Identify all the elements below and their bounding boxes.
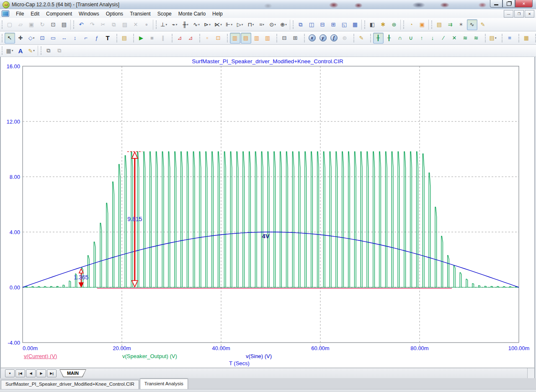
menu-edit[interactable]: Edit — [27, 10, 43, 18]
animate-options-button[interactable]: ◔ — [406, 19, 417, 30]
menu-component[interactable]: Component — [43, 10, 75, 18]
plot-area[interactable]: 9.8151.3654V — [1, 57, 535, 368]
send-to-back-button[interactable]: ⧉ — [54, 45, 65, 56]
cursor-high-button[interactable]: ↑ — [417, 33, 427, 44]
fx-settings-button[interactable]: ƒ — [329, 33, 339, 44]
redo-button[interactable]: ↷ — [87, 19, 98, 30]
select-mode-button[interactable]: ↖ — [5, 33, 15, 44]
minor-log-vertical-button[interactable]: ▥ — [252, 33, 262, 44]
mosfet-button[interactable]: ⊩▾ — [224, 19, 234, 30]
sine-source-button[interactable]: ≈▾ — [257, 19, 267, 30]
cursor-low-button[interactable]: ↓ — [428, 33, 438, 44]
menu-options[interactable]: Options — [103, 10, 126, 18]
menu-file[interactable]: File — [13, 10, 27, 18]
save-file-button[interactable]: ▣ — [26, 19, 37, 30]
token-display-button[interactable]: ⊡ — [213, 33, 224, 44]
edit-analysis-button[interactable]: ✎ — [478, 19, 488, 30]
probe-transient-button[interactable]: ⊿ — [175, 33, 185, 44]
panel-toggle-button[interactable]: ◧ — [367, 19, 378, 30]
edit-waveform-button[interactable]: ✎ — [356, 33, 367, 44]
mdi-close-button[interactable]: ✕ — [525, 10, 534, 18]
restore-button[interactable] — [502, 0, 515, 8]
y-scale-settings-button[interactable]: y — [318, 33, 328, 44]
scale-y-button[interactable]: ↕ — [70, 33, 80, 44]
web-update-button[interactable]: ⊛ — [389, 19, 399, 30]
new-file-button[interactable]: ▢ — [5, 19, 15, 30]
last-page-button[interactable]: ▶| — [47, 369, 57, 377]
scale-region-button[interactable]: ▭ — [48, 33, 59, 44]
zoom-box-button[interactable]: ⊡ — [37, 33, 48, 44]
waveform-buffer-button[interactable]: ▤▾ — [488, 33, 498, 44]
first-page-button[interactable]: |◀ — [15, 369, 25, 377]
font-style-button[interactable]: ✎▾ — [26, 45, 37, 56]
prev-page-button[interactable]: ◀ — [26, 369, 36, 377]
opamp-button[interactable]: ▷▾ — [235, 19, 245, 30]
page-tab-main[interactable]: MAIN — [59, 369, 86, 377]
x-scale-settings-button[interactable]: x — [307, 33, 317, 44]
stop-button[interactable]: ■ — [147, 33, 157, 44]
grid-pattern-button[interactable]: ▦▾ — [5, 45, 15, 56]
cursor-peak-button[interactable]: ∩ — [395, 33, 405, 44]
menu-help[interactable]: Help — [209, 10, 226, 18]
point-tag-button[interactable]: ⌐ — [81, 33, 91, 44]
slide-show-button[interactable]: ▣ — [417, 19, 428, 30]
minor-log-horizontal-button[interactable]: ▥ — [263, 33, 273, 44]
run-button[interactable]: ▶ — [136, 33, 147, 44]
formula-text-button[interactable]: ƒ — [92, 33, 102, 44]
data-points-button[interactable]: ▫ — [202, 33, 213, 44]
diode-button[interactable]: ⊳▾ — [202, 19, 213, 30]
baseline-toggle-button[interactable]: ⊟ — [279, 33, 290, 44]
print-button[interactable]: ▤ — [59, 19, 70, 30]
bottom-window-button[interactable]: ◱ — [339, 19, 350, 30]
stepping-button[interactable]: ⇉ — [445, 19, 456, 30]
cursor-go-right-button[interactable]: ╂ — [384, 33, 394, 44]
ground-button[interactable]: ⊥▾ — [159, 19, 169, 30]
component-editor-button[interactable]: ✱ — [378, 19, 389, 30]
cursor-envelope-bottom-button[interactable]: ≋ — [471, 33, 482, 44]
pages-menu-button[interactable]: ▾ — [5, 369, 15, 377]
cursor-slope-button[interactable]: ∕ — [438, 33, 449, 44]
pulse-source-button[interactable]: ⊓▾ — [246, 19, 256, 30]
pan-mode-button[interactable]: ✚ — [15, 33, 26, 44]
delete-button[interactable]: ✕ — [131, 19, 141, 30]
shape-mode-button[interactable]: ◇▾ — [26, 33, 37, 44]
cursor-envelope-top-button[interactable]: ≋ — [460, 33, 471, 44]
cursor-crossing-button[interactable]: ✕ — [449, 33, 460, 44]
transistor-npn-button[interactable]: ⋉▾ — [213, 19, 224, 30]
copy-button[interactable]: ⧉ — [109, 19, 119, 30]
mdi-restore-button[interactable]: ❐ — [514, 10, 524, 18]
tracker-toggle-button[interactable]: ⊞ — [290, 33, 301, 44]
pause-button[interactable]: ∥ — [158, 33, 168, 44]
calculator-button[interactable]: ▦ — [350, 19, 361, 30]
cut-button[interactable]: ✂ — [98, 19, 108, 30]
mdi-minimize-button[interactable]: — — [504, 10, 513, 18]
menu-transient[interactable]: Transient — [126, 10, 154, 18]
paste-button[interactable]: ▨ — [120, 19, 130, 30]
bring-to-front-button[interactable]: ⧉ — [44, 45, 54, 56]
text-tool-button[interactable]: T — [103, 33, 113, 44]
preferences-button[interactable]: ▤ — [434, 19, 445, 30]
inductor-button[interactable]: ∿▾ — [191, 19, 202, 30]
capacitor-button[interactable]: ╫▾ — [180, 19, 191, 30]
properties-button[interactable]: ▤ — [119, 33, 130, 44]
numeric-output-button[interactable]: ≡ — [505, 33, 515, 44]
font-button[interactable]: A — [15, 45, 26, 56]
current-source-button[interactable]: ⊙▾ — [268, 19, 278, 30]
cascade-windows-button[interactable]: ⧉ — [296, 19, 306, 30]
tile-vertical-button[interactable]: ◫ — [307, 19, 317, 30]
ruler-vertical-button[interactable]: ▥ — [230, 33, 240, 44]
menu-monte-carlo[interactable]: Monte Carlo — [175, 10, 209, 18]
select-box-button[interactable]: ▫ — [142, 19, 152, 30]
file-tab-circuit[interactable]: SurfMaster_PI_Speaker_driver_Modified+Kn… — [1, 380, 139, 389]
ruler-horizontal-button[interactable]: ▤ — [241, 33, 251, 44]
scale-x-button[interactable]: ↔ — [59, 33, 70, 44]
mdi-child-icon[interactable] — [2, 10, 9, 17]
close-button[interactable]: ✕ — [515, 0, 533, 8]
search-command-button[interactable]: ⊜ — [340, 33, 350, 44]
minimize-button[interactable] — [490, 0, 502, 8]
undo-button[interactable]: ↶ — [76, 19, 87, 30]
state-variables-button[interactable]: ▦ — [521, 33, 532, 44]
split-window-button[interactable]: ⊞ — [328, 19, 339, 30]
cursor-valley-button[interactable]: ∪ — [406, 33, 416, 44]
cursor-go-left-button[interactable]: ╂ — [373, 33, 384, 44]
